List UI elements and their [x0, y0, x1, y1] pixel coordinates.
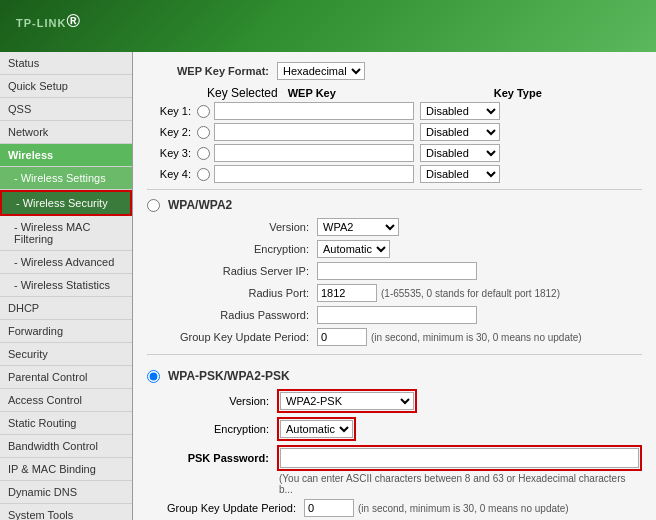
wpa-radio[interactable] — [147, 199, 160, 212]
key-2-input[interactable] — [214, 123, 414, 141]
key-3-type[interactable]: Disabled64bit128bit152bit — [420, 144, 500, 162]
psk-password-input[interactable] — [280, 448, 639, 468]
radius-pwd-input[interactable] — [317, 306, 477, 324]
wpa-version-row: Version: WPAWPA2WPA/WPA2 — [167, 218, 642, 236]
key-3-row: Key 3: Disabled64bit128bit152bit — [147, 144, 642, 162]
wpapsk-label: WPA-PSK/WPA2-PSK — [168, 369, 290, 383]
key-1-label: Key 1: — [147, 105, 197, 117]
app-root: TP-LINK® Status Quick Setup QSS Network … — [0, 0, 656, 520]
sidebar-item-access[interactable]: Access Control — [0, 389, 132, 412]
wpa-encryption-label: Encryption: — [167, 243, 317, 255]
wpapsk-group-key-label: Group Key Update Period: — [167, 502, 304, 514]
wpa-encryption-row: Encryption: AutomaticTKIPAES — [167, 240, 642, 258]
wep-format-row: WEP Key Format: Hexadecimal — [147, 62, 642, 80]
wpapsk-encryption-border: AutomaticTKIPAES — [277, 417, 356, 441]
logo-sup: ® — [66, 10, 81, 31]
psk-label: PSK Password: — [167, 452, 277, 464]
wpa-section-header: WPA/WPA2 — [147, 198, 642, 212]
sidebar-item-dhcp[interactable]: DHCP — [0, 297, 132, 320]
sidebar-item-bandwidth[interactable]: Bandwidth Control — [0, 435, 132, 458]
sidebar-item-wireless-advanced[interactable]: - Wireless Advanced — [0, 251, 132, 274]
key-1-radio[interactable] — [197, 105, 210, 118]
logo: TP-LINK® — [16, 10, 81, 41]
sidebar-item-wireless[interactable]: Wireless — [0, 144, 132, 167]
sidebar: Status Quick Setup QSS Network Wireless … — [0, 52, 133, 520]
wpa-section: Version: WPAWPA2WPA/WPA2 Encryption: Aut… — [167, 218, 642, 346]
wep-key-col-label: WEP Key — [288, 87, 488, 99]
key-4-row: Key 4: Disabled64bit128bit152bit — [147, 165, 642, 183]
wpapsk-version-label: Version: — [167, 395, 277, 407]
sidebar-item-dynamic-dns[interactable]: Dynamic DNS — [0, 481, 132, 504]
wpapsk-fields: Version: WPA-PSKWPA2-PSKWPA-PSK/WPA2-PSK… — [167, 389, 642, 517]
wpa-version-label: Version: — [167, 221, 317, 233]
key-4-type[interactable]: Disabled64bit128bit152bit — [420, 165, 500, 183]
key-2-label: Key 2: — [147, 126, 197, 138]
sidebar-item-network[interactable]: Network — [0, 121, 132, 144]
sidebar-item-wireless-settings[interactable]: - Wireless Settings — [0, 167, 132, 190]
wpapsk-group-key-input[interactable] — [304, 499, 354, 517]
content-area: WEP Key Format: Hexadecimal Key Selected… — [133, 52, 656, 520]
wpapsk-version-border: WPA-PSKWPA2-PSKWPA-PSK/WPA2-PSK — [277, 389, 417, 413]
key-1-input[interactable] — [214, 102, 414, 120]
radius-pwd-label: Radius Password: — [167, 309, 317, 321]
header: TP-LINK® — [0, 0, 656, 52]
wpapsk-encryption-label: Encryption: — [167, 423, 277, 435]
wpapsk-group-key-row: Group Key Update Period: (in second, min… — [167, 499, 642, 517]
key-type-col-label: Key Type — [494, 87, 542, 99]
sidebar-item-static-routing[interactable]: Static Routing — [0, 412, 132, 435]
sidebar-item-quick-setup[interactable]: Quick Setup — [0, 75, 132, 98]
key-selected-label: Key Selected — [207, 86, 278, 100]
logo-text: TP-LINK — [16, 17, 66, 29]
radius-port-note: (1-65535, 0 stands for default port 1812… — [381, 288, 560, 299]
key-2-radio[interactable] — [197, 126, 210, 139]
key-2-type[interactable]: Disabled64bit128bit152bit — [420, 123, 500, 141]
wep-format-label: WEP Key Format: — [147, 65, 277, 77]
main-layout: Status Quick Setup QSS Network Wireless … — [0, 52, 656, 520]
key-3-input[interactable] — [214, 144, 414, 162]
radius-pwd-row: Radius Password: — [167, 306, 642, 324]
wpapsk-outer: WPA-PSK/WPA2-PSK Version: WPA-PSKWPA2-PS… — [147, 361, 642, 520]
wpapsk-radio[interactable] — [147, 370, 160, 383]
radius-ip-input[interactable] — [317, 262, 477, 280]
psk-note: (You can enter ASCII characters between … — [279, 473, 642, 495]
sidebar-item-system-tools[interactable]: System Tools — [0, 504, 132, 520]
radius-port-row: Radius Port: (1-65535, 0 stands for defa… — [167, 284, 642, 302]
wep-col-headers: Key Selected WEP Key Key Type — [207, 86, 642, 100]
divider-2 — [147, 354, 642, 355]
psk-border — [277, 445, 642, 471]
wpa-group-key-label: Group Key Update Period: — [167, 331, 317, 343]
wpapsk-version-outer: Version: WPA-PSKWPA2-PSKWPA-PSK/WPA2-PSK — [167, 389, 642, 413]
key-3-label: Key 3: — [147, 147, 197, 159]
radius-ip-label: Radius Server IP: — [167, 265, 317, 277]
wpa-group-key-input[interactable] — [317, 328, 367, 346]
wpa-label: WPA/WPA2 — [168, 198, 232, 212]
psk-password-outer: PSK Password: — [167, 445, 642, 471]
sidebar-item-forwarding[interactable]: Forwarding — [0, 320, 132, 343]
key-4-radio[interactable] — [197, 168, 210, 181]
wpapsk-version-select[interactable]: WPA-PSKWPA2-PSKWPA-PSK/WPA2-PSK — [280, 392, 414, 410]
wep-format-select[interactable]: Hexadecimal — [277, 62, 365, 80]
sidebar-item-security[interactable]: Security — [0, 343, 132, 366]
wpapsk-encryption-outer: Encryption: AutomaticTKIPAES — [167, 417, 642, 441]
radius-port-input[interactable] — [317, 284, 377, 302]
sidebar-item-wireless-mac[interactable]: - Wireless MAC Filtering — [0, 216, 132, 251]
wpapsk-encryption-select[interactable]: AutomaticTKIPAES — [280, 420, 353, 438]
key-4-input[interactable] — [214, 165, 414, 183]
sidebar-item-qss[interactable]: QSS — [0, 98, 132, 121]
sidebar-item-status[interactable]: Status — [0, 52, 132, 75]
radius-port-label: Radius Port: — [167, 287, 317, 299]
wpa-group-key-row: Group Key Update Period: (in second, min… — [167, 328, 642, 346]
wpa-version-select[interactable]: WPAWPA2WPA/WPA2 — [317, 218, 399, 236]
wpapsk-content: WPA-PSK/WPA2-PSK Version: WPA-PSKWPA2-PS… — [147, 361, 642, 520]
wpapsk-section-header: WPA-PSK/WPA2-PSK — [147, 369, 642, 383]
radius-ip-row: Radius Server IP: — [167, 262, 642, 280]
sidebar-item-wireless-stats[interactable]: - Wireless Statistics — [0, 274, 132, 297]
key-2-row: Key 2: Disabled64bit128bit152bit — [147, 123, 642, 141]
wpa-encryption-select[interactable]: AutomaticTKIPAES — [317, 240, 390, 258]
key-1-type[interactable]: Disabled64bit128bit152bit — [420, 102, 500, 120]
divider-1 — [147, 189, 642, 190]
sidebar-item-parental[interactable]: Parental Control — [0, 366, 132, 389]
sidebar-item-ip-mac[interactable]: IP & MAC Binding — [0, 458, 132, 481]
key-3-radio[interactable] — [197, 147, 210, 160]
sidebar-item-wireless-security[interactable]: - Wireless Security — [0, 190, 132, 216]
